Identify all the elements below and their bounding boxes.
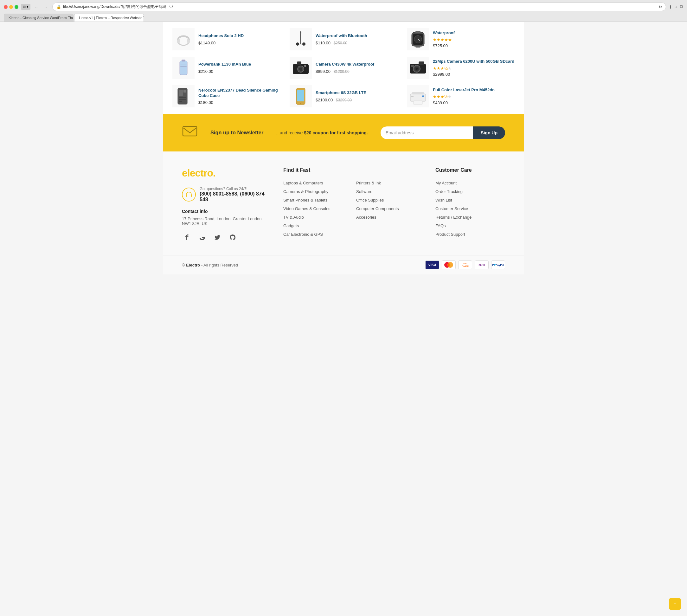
product-price-powerbank: $210.00 — [198, 69, 280, 74]
newsletter-form: Sign Up — [381, 127, 505, 139]
footer-contact-address: 17 Princess Road, London, Greater London… — [182, 216, 271, 226]
product-item: Nerocool EN52377 Dead Silence Gaming Cub… — [172, 85, 280, 107]
product-item: 22Mps Camera 6200U with 500GB SDcard ★★★… — [407, 57, 515, 79]
svg-rect-47 — [186, 195, 187, 197]
tab-kleenr-label: Kleenr – Cleaning Service WordPress Them… — [8, 16, 73, 20]
footer-link-printers[interactable]: Printers & Ink — [356, 179, 423, 186]
svg-rect-15 — [416, 46, 421, 47]
svg-rect-18 — [180, 65, 187, 65]
footer-link-accesories[interactable]: Accesories — [356, 214, 423, 221]
product-price-earphones: $110.00 $250.00 — [316, 41, 397, 45]
product-stars-dslr: ★★★½★ — [433, 66, 515, 71]
product-item: Waterproof with Bluetooth $110.00 $250.0… — [290, 28, 397, 50]
footer-link-my-account[interactable]: My Account — [436, 179, 505, 186]
product-name-powerbank[interactable]: Powerbank 1130 mAh Blue — [198, 62, 280, 67]
footer-link-faqs[interactable]: FAQs — [436, 222, 505, 229]
product-name-dslr[interactable]: 22Mps Camera 6200U with 500GB SDcard — [433, 59, 515, 64]
footer-link-car[interactable]: Car Electronic & GPS — [283, 231, 350, 238]
product-name-printer[interactable]: Full Color LaserJet Pro M452dn — [433, 87, 515, 93]
svg-rect-36 — [179, 101, 182, 102]
footer-copyright: © Electro - All rights Reserved — [182, 263, 238, 267]
tab-electro-label: Home-v1 | Electro – Responsive Website T… — [79, 16, 144, 20]
footer-link-office[interactable]: Office Supplies — [356, 196, 423, 204]
footer-phone-section: Got questions? Call us 24/7! (800) 8001-… — [182, 186, 271, 202]
svg-rect-26 — [419, 62, 424, 65]
product-item: Smartphone 6S 32GB LTE $2100.00 $3299.00 — [290, 85, 397, 107]
facebook-icon[interactable] — [182, 232, 192, 242]
footer-link-cameras[interactable]: Cameras & Photography — [283, 188, 350, 195]
product-price-watch: $725.00 — [433, 43, 515, 48]
product-info: Powerbank 1130 mAh Blue $210.00 — [198, 62, 280, 74]
reload-icon[interactable]: ↻ — [659, 5, 662, 9]
minimize-dot[interactable] — [9, 5, 13, 9]
product-price-printer: $439.00 — [433, 101, 515, 105]
product-name-watch[interactable]: Waterproof — [433, 30, 515, 36]
product-stars-watch: ★★★★★ — [433, 37, 515, 42]
svg-rect-40 — [299, 89, 303, 89]
newsletter-signup-button[interactable]: Sign Up — [473, 127, 505, 139]
product-name-smartphone[interactable]: Smartphone 6S 32GB LTE — [316, 90, 397, 96]
product-price-headphones: $1149.00 — [198, 41, 280, 45]
product-name-camera4k[interactable]: Camera C430W 4k Waterproof — [316, 62, 397, 67]
footer-link-returns[interactable]: Returns / Exchange — [436, 214, 505, 221]
footer-find-fast: Find it Fast Laptops & Computers Printer… — [283, 167, 423, 242]
footer-link-software[interactable]: Software — [356, 188, 423, 195]
svg-point-24 — [304, 65, 306, 67]
footer-link-videogames[interactable]: Video Games & Consoles — [283, 205, 350, 212]
footer-bottom: © Electro - All rights Reserved VISA DIS… — [163, 255, 524, 274]
product-info: Full Color LaserJet Pro M452dn ★★★½★ $43… — [433, 87, 515, 106]
svg-rect-34 — [179, 97, 186, 98]
address-text: file:///Users/janewang/Downloads/简洁明亮的综合… — [63, 4, 166, 9]
product-image-earphones — [290, 28, 312, 50]
svg-point-29 — [416, 68, 418, 70]
find-fast-title: Find it Fast — [283, 167, 423, 173]
product-name-headphones[interactable]: Headphones Solo 2 HD — [198, 33, 280, 39]
svg-rect-41 — [411, 94, 426, 102]
nav-buttons: ← → — [33, 4, 50, 10]
duplicate-button[interactable]: ⧉ — [680, 4, 683, 9]
footer-link-laptops[interactable]: Laptops & Computers — [283, 179, 350, 186]
product-image-dslr — [407, 57, 429, 79]
security-icon: 🛡 — [169, 5, 173, 9]
footer-link-product-support[interactable]: Product Support — [436, 231, 505, 238]
tab-kleenr[interactable]: Kleenr – Cleaning Service WordPress Them… — [4, 14, 73, 22]
forward-button[interactable]: → — [42, 4, 50, 10]
svg-rect-30 — [411, 65, 414, 67]
browser-controls: ⊞ ▾ ← → 🔒 file:///Users/janewang/Downloa… — [4, 2, 683, 11]
footer-link-tvaudio[interactable]: TV & Audio — [283, 214, 350, 221]
svg-point-45 — [422, 95, 424, 97]
maximize-dot[interactable] — [15, 5, 18, 9]
product-info: Camera C430W 4k Waterproof $899.00 $1200… — [316, 62, 397, 74]
twitter-icon[interactable] — [212, 232, 222, 242]
address-bar[interactable]: 🔒 file:///Users/janewang/Downloads/简洁明亮的… — [52, 2, 666, 11]
back-button[interactable]: ← — [33, 4, 41, 10]
product-image-smartphone — [290, 85, 312, 107]
close-dot[interactable] — [4, 5, 7, 9]
footer-link-customer-service[interactable]: Customer Service — [436, 205, 505, 212]
payment-icons: VISA DISCOVER Skrill PP PayPal — [425, 261, 505, 269]
footer-link-components[interactable]: Computer Components — [356, 205, 423, 212]
footer-link-smartphones[interactable]: Smart Phones & Tablets — [283, 196, 350, 204]
mastercard-payment-icon — [442, 261, 456, 269]
footer-customer-links: My Account Order Tracking Wish List Cust… — [436, 179, 505, 238]
newsletter-heading: Sign up to Newsletter — [210, 130, 263, 136]
footer-link-order-tracking[interactable]: Order Tracking — [436, 188, 505, 195]
browser-chrome: ⊞ ▾ ← → 🔒 file:///Users/janewang/Downloa… — [0, 0, 687, 22]
product-name-pccase[interactable]: Nerocool EN52377 Dead Silence Gaming Cub… — [198, 88, 280, 98]
svg-rect-8 — [300, 31, 301, 34]
share-button[interactable]: ⬆ — [669, 4, 672, 9]
svg-rect-42 — [412, 92, 424, 94]
footer-link-gadgets[interactable]: Gadgets — [283, 222, 350, 229]
google-icon[interactable] — [197, 232, 207, 242]
github-icon[interactable] — [227, 232, 238, 242]
product-image-powerbank — [172, 57, 195, 79]
newsletter-email-input[interactable] — [381, 127, 473, 139]
tab-electro[interactable]: Home-v1 | Electro – Responsive Website T… — [74, 14, 144, 22]
product-image-headphones — [172, 28, 195, 50]
new-tab-button[interactable]: + — [675, 4, 678, 9]
product-name-earphones[interactable]: Waterproof with Bluetooth — [316, 33, 397, 39]
footer-link-wish-list[interactable]: Wish List — [436, 196, 505, 204]
window-controls — [4, 5, 18, 9]
sidebar-toggle-button[interactable]: ⊞ ▾ — [21, 4, 30, 10]
newsletter-icon — [182, 123, 198, 142]
